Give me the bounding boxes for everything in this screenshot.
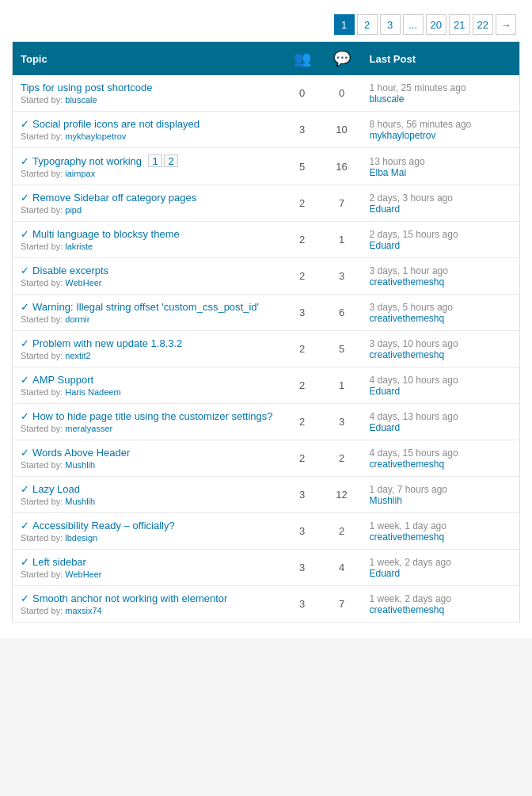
topic-author-link[interactable]: nextit2 bbox=[65, 351, 90, 360]
topic-started-by: Started by: mykhaylopetrov bbox=[21, 131, 275, 141]
table-row: ✓Problem with new update 1.8.3.2Started … bbox=[13, 331, 520, 368]
replies-count: 0 bbox=[322, 75, 362, 112]
topic-author-link[interactable]: WebHeer bbox=[65, 278, 101, 288]
last-post-cell: 1 day, 7 hours agoMushlih bbox=[362, 477, 520, 513]
topic-started-by: Started by: pipd bbox=[21, 205, 275, 215]
topic-author-link[interactable]: bluscale bbox=[65, 95, 97, 105]
topic-title-link[interactable]: Accessibility Ready – officially? bbox=[32, 520, 175, 531]
last-post-cell: 2 days, 3 hours agoEduard bbox=[362, 185, 520, 222]
page-20-button[interactable]: 20 bbox=[426, 14, 446, 35]
resolved-checkmark: ✓ bbox=[21, 520, 29, 531]
table-row: ✓Warning: Illegal string offset 'custom_… bbox=[13, 295, 520, 331]
topic-title-link[interactable]: Lazy Load bbox=[32, 483, 80, 495]
topic-page-links: 12 bbox=[148, 154, 178, 167]
page-22-button[interactable]: 22 bbox=[473, 14, 493, 35]
topic-title: ✓Typography not working12 bbox=[21, 154, 275, 167]
topic-author-link[interactable]: WebHeer bbox=[65, 569, 101, 579]
page-ellipsis: ... bbox=[403, 14, 424, 35]
last-post-user-link[interactable]: Eduard bbox=[370, 240, 512, 251]
voices-count: 2 bbox=[283, 404, 322, 440]
topic-title: Tips for using post shortcode bbox=[21, 82, 275, 93]
topic-title: ✓Lazy Load bbox=[21, 483, 275, 495]
topic-title-link[interactable]: Problem with new update 1.8.3.2 bbox=[32, 337, 182, 349]
last-post-user-link[interactable]: Mushlih bbox=[370, 495, 512, 506]
topic-title: ✓Social profile icons are not displayed bbox=[21, 118, 275, 130]
last-post-user-link[interactable]: Eduard bbox=[370, 386, 512, 397]
last-post-time: 3 days, 1 hour ago bbox=[370, 265, 448, 276]
resolved-checkmark: ✓ bbox=[21, 483, 29, 495]
resolved-checkmark: ✓ bbox=[21, 192, 29, 204]
last-post-cell: 3 days, 10 hours agocreativethemeshq bbox=[362, 331, 520, 368]
voices-count: 3 bbox=[283, 112, 322, 148]
page-2-button[interactable]: 2 bbox=[357, 14, 378, 35]
topic-cell: ✓Remove Sidebar off category pagesStarte… bbox=[13, 185, 283, 222]
topic-cell: ✓Multi language to blocksy themeStarted … bbox=[13, 222, 283, 258]
topic-title-link[interactable]: Smooth anchor not working with elementor bbox=[32, 592, 227, 604]
topic-started-by: Started by: Mushlih bbox=[21, 460, 275, 470]
voices-count: 3 bbox=[283, 586, 322, 623]
table-row: ✓Left sidebarStarted by: WebHeer341 week… bbox=[13, 550, 520, 586]
topic-author-link[interactable]: Mushlih bbox=[65, 497, 95, 506]
resolved-checkmark: ✓ bbox=[21, 301, 29, 313]
topic-title-link[interactable]: Warning: Illegal string offset 'custom_c… bbox=[32, 301, 259, 313]
page-21-button[interactable]: 21 bbox=[449, 14, 469, 35]
last-post-user-link[interactable]: Eduard bbox=[370, 568, 512, 579]
replies-count: 3 bbox=[322, 258, 362, 295]
topic-author-link[interactable]: lbdesign bbox=[65, 533, 97, 543]
topic-page-link[interactable]: 1 bbox=[148, 154, 162, 167]
last-post-user-link[interactable]: mykhaylopetrov bbox=[370, 130, 512, 141]
topic-started-by: Started by: bluscale bbox=[21, 95, 275, 105]
page-next-button[interactable]: → bbox=[496, 14, 516, 35]
topic-title-link[interactable]: Remove Sidebar off category pages bbox=[32, 192, 196, 204]
topic-author-link[interactable]: Haris Nadeem bbox=[65, 387, 120, 397]
topic-title: ✓Remove Sidebar off category pages bbox=[21, 192, 275, 204]
topic-title-link[interactable]: Multi language to blocksy theme bbox=[32, 228, 180, 240]
last-post-user-link[interactable]: creativethemeshq bbox=[370, 313, 512, 324]
topic-started-by: Started by: WebHeer bbox=[21, 278, 275, 288]
last-post-cell: 4 days, 13 hours agoEduard bbox=[362, 404, 520, 440]
topic-author-link[interactable]: lakriste bbox=[65, 242, 93, 251]
topic-title-link[interactable]: Tips for using post shortcode bbox=[21, 82, 152, 93]
last-post-user-link[interactable]: creativethemeshq bbox=[370, 459, 512, 470]
last-post-user-link[interactable]: creativethemeshq bbox=[370, 604, 512, 615]
voices-count: 2 bbox=[283, 222, 322, 258]
topic-started-by: Started by: iaimpax bbox=[21, 169, 275, 178]
last-post-time: 2 days, 15 hours ago bbox=[370, 229, 458, 240]
last-post-user-link[interactable]: Eduard bbox=[370, 422, 512, 433]
topic-title-link[interactable]: Disable excerpts bbox=[32, 265, 108, 276]
topic-author-link[interactable]: mykhaylopetrov bbox=[65, 131, 126, 141]
page-3-button[interactable]: 3 bbox=[380, 14, 401, 35]
last-post-cell: 1 week, 1 day agocreativethemeshq bbox=[362, 513, 520, 550]
page-1-button[interactable]: 1 bbox=[334, 14, 355, 35]
last-post-user-link[interactable]: creativethemeshq bbox=[370, 349, 512, 360]
last-post-cell: 2 days, 15 hours agoEduard bbox=[362, 222, 520, 258]
table-row: ✓Words Above HeaderStarted by: Mushlih22… bbox=[13, 440, 520, 477]
last-post-user-link[interactable]: Eduard bbox=[370, 204, 512, 215]
last-post-user-link[interactable]: Elba Mai bbox=[370, 167, 512, 178]
topic-title-link[interactable]: How to hide page title using the customi… bbox=[32, 410, 273, 422]
last-post-time: 1 hour, 25 minutes ago bbox=[370, 82, 466, 93]
topic-author-link[interactable]: dormir bbox=[65, 314, 89, 324]
topic-title-link[interactable]: Social profile icons are not displayed bbox=[32, 118, 200, 130]
topic-title-link[interactable]: Left sidebar bbox=[32, 556, 86, 568]
last-post-time: 3 days, 10 hours ago bbox=[370, 338, 458, 349]
topic-title: ✓Left sidebar bbox=[21, 556, 275, 568]
topic-author-link[interactable]: meralyasser bbox=[65, 424, 112, 433]
topic-title-link[interactable]: AMP Support bbox=[32, 374, 93, 386]
last-post-user-link[interactable]: creativethemeshq bbox=[370, 531, 512, 543]
topic-author-link[interactable]: iaimpax bbox=[65, 169, 95, 178]
topic-title-link[interactable]: Words Above Header bbox=[32, 447, 130, 459]
topic-title: ✓Warning: Illegal string offset 'custom_… bbox=[21, 301, 275, 313]
topic-title-link[interactable]: Typography not working bbox=[32, 155, 142, 167]
topic-cell: ✓Words Above HeaderStarted by: Mushlih bbox=[13, 440, 283, 477]
topic-author-link[interactable]: maxsix74 bbox=[65, 606, 101, 615]
topic-title: ✓Smooth anchor not working with elemento… bbox=[21, 592, 275, 604]
last-post-user-link[interactable]: bluscale bbox=[370, 93, 512, 105]
topic-page-link[interactable]: 2 bbox=[164, 154, 178, 167]
replies-count: 2 bbox=[322, 440, 362, 477]
topic-author-link[interactable]: Mushlih bbox=[65, 460, 95, 470]
last-post-time: 13 hours ago bbox=[370, 156, 425, 167]
last-post-user-link[interactable]: creativethemeshq bbox=[370, 276, 512, 288]
voices-count: 2 bbox=[283, 368, 322, 404]
topic-author-link[interactable]: pipd bbox=[65, 205, 82, 215]
